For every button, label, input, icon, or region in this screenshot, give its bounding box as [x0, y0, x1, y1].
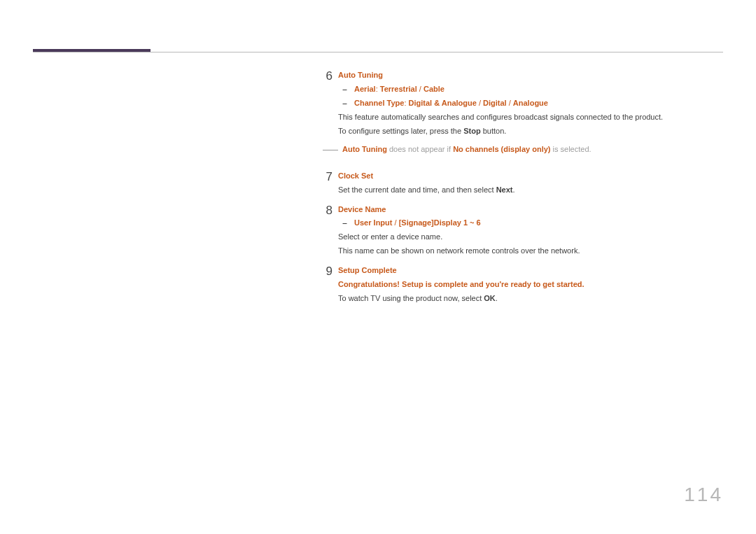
- step-6: 6 Auto Tuning ‒ Aerial: Terrestrial / Ca…: [318, 70, 724, 162]
- desc-part: .: [496, 294, 498, 302]
- note-part: does not appear if: [387, 145, 453, 153]
- step-9: 9 Setup Complete Congratulations! Setup …: [318, 265, 724, 304]
- note-part: is selected.: [550, 145, 591, 153]
- step-title: Auto Tuning: [338, 71, 383, 79]
- page-number: 114: [684, 484, 723, 506]
- dash-icon: ‒: [342, 218, 352, 229]
- note-hl: No channels (display only): [453, 145, 550, 153]
- step-desc1: Select or enter a device name.: [338, 232, 724, 243]
- slash: /: [392, 218, 398, 227]
- sub-bullet-channel-type: ‒ Channel Type: Digital & Analogue / Dig…: [338, 98, 724, 109]
- desc-part: .: [512, 185, 514, 194]
- congrats-text: Congratulations! Setup is complete and y…: [338, 280, 584, 288]
- step-title: Setup Complete: [338, 266, 397, 274]
- step-desc: To watch TV using the product now, selec…: [338, 293, 724, 304]
- step-number: 8: [318, 202, 332, 258]
- opt-digital: Digital: [483, 99, 507, 107]
- sub-bullet-aerial: ‒ Aerial: Terrestrial / Cable: [338, 84, 724, 95]
- stop-label: Stop: [463, 127, 480, 135]
- note-auto-tuning: Auto Tuning does not appear if No channe…: [323, 144, 724, 155]
- dash-icon: ‒: [342, 84, 352, 95]
- desc-part: To watch TV using the product now, selec…: [338, 294, 484, 302]
- opt-analogue: Analogue: [513, 99, 548, 107]
- opt-signage: [Signage]Display 1 ~ 6: [399, 218, 481, 227]
- dash-icon: ‒: [342, 98, 352, 109]
- step-body: Setup Complete Congratulations! Setup is…: [338, 265, 724, 304]
- opt-cable: Cable: [424, 85, 444, 93]
- note-dash-icon: [323, 150, 338, 150]
- step-desc2: To configure settings later, press the S…: [338, 126, 724, 137]
- note-text: Auto Tuning does not appear if No channe…: [342, 144, 724, 155]
- next-label: Next: [496, 185, 513, 194]
- step-body: Auto Tuning ‒ Aerial: Terrestrial / Cabl…: [338, 70, 724, 162]
- step-number: 9: [318, 263, 332, 304]
- step-8: 8 Device Name ‒ User Input / [Signage]Di…: [318, 204, 724, 258]
- sub-bullet-user-input: ‒ User Input / [Signage]Display 1 ~ 6: [338, 218, 724, 229]
- step-body: Clock Set Set the current date and time,…: [338, 171, 724, 196]
- header-rule: [33, 52, 723, 52]
- step-desc2: This name can be shown on network remote…: [338, 246, 724, 257]
- opt-user-input: User Input: [354, 218, 392, 227]
- opt-terrestrial: Terrestrial: [380, 85, 417, 93]
- slash: /: [417, 85, 424, 93]
- step-title: Clock Set: [338, 171, 373, 180]
- slash: /: [507, 99, 513, 107]
- ok-label: OK: [484, 294, 496, 302]
- channel-type-label: Channel Type: [354, 99, 404, 107]
- note-hl: Auto Tuning: [342, 145, 387, 153]
- opt-dig-ana: Digital & Analogue: [409, 99, 477, 107]
- step-7: 7 Clock Set Set the current date and tim…: [318, 171, 724, 196]
- slash: /: [477, 99, 483, 107]
- desc-part: Set the current date and time, and then …: [338, 185, 496, 194]
- page-content: 6 Auto Tuning ‒ Aerial: Terrestrial / Ca…: [318, 70, 724, 313]
- desc-part: button.: [481, 127, 507, 135]
- desc-part: To configure settings later, press the: [338, 127, 463, 135]
- step-desc: Set the current date and time, and then …: [338, 185, 724, 196]
- aerial-label: Aerial: [354, 85, 376, 93]
- step-number: 7: [318, 169, 332, 196]
- step-desc: This feature automatically searches and …: [338, 112, 724, 123]
- step-title: Device Name: [338, 205, 386, 213]
- step-body: Device Name ‒ User Input / [Signage]Disp…: [338, 204, 724, 258]
